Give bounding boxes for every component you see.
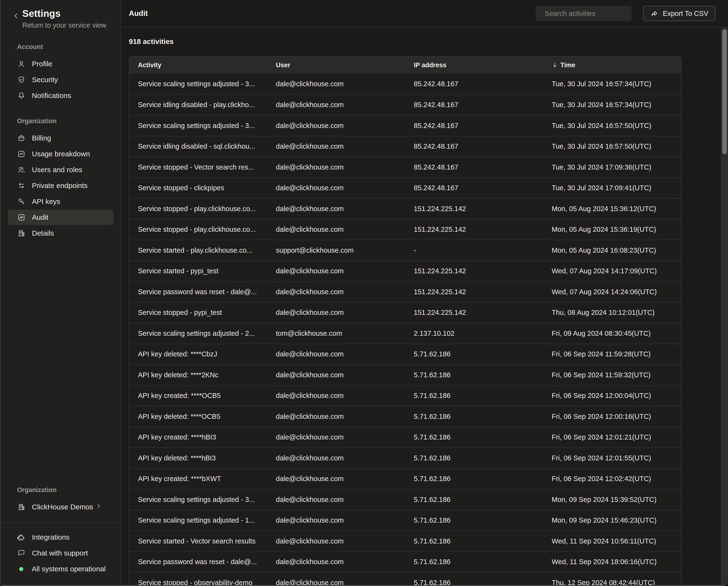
cell-time: Tue, 30 Jul 2024 16:57:34(UTC) <box>543 80 681 88</box>
sidebar-item-api-keys[interactable]: API keys <box>8 194 113 209</box>
cell-activity: Service started - pypi_test <box>129 267 267 275</box>
sidebar-divider <box>1 522 121 523</box>
sidebar-item-clickhouse-demos[interactable]: ClickHouse Demos <box>8 499 113 515</box>
cell-user: dale@clickhouse.com <box>267 101 405 109</box>
scrollbar-track[interactable] <box>721 28 728 585</box>
cell-activity: Service stopped - Vector search res... <box>129 163 267 171</box>
cell-time: Mon, 09 Sep 2024 15:46:23(UTC) <box>543 516 681 524</box>
sort-descending-icon <box>552 62 558 68</box>
sidebar-item-audit[interactable]: Audit <box>8 210 113 225</box>
sidebar-item-details[interactable]: Details <box>8 225 113 241</box>
cell-ip: 5.71.62.186 <box>405 558 543 566</box>
table-row: Service stopped - play.clickhouse.co...d… <box>129 219 681 240</box>
sidebar-item-integrations[interactable]: Integrations <box>8 530 113 545</box>
sidebar-item-usage-breakdown[interactable]: Usage breakdown <box>8 146 113 162</box>
sidebar-item-all-systems-operational[interactable]: All systems operational <box>8 561 113 577</box>
column-header-user[interactable]: User <box>267 62 405 69</box>
building-icon <box>17 503 26 511</box>
cell-time: Mon, 05 Aug 2024 15:36:12(UTC) <box>543 205 681 213</box>
cell-activity: Service password was reset - dale@... <box>129 558 267 566</box>
table-row: Service stopped - play.clickhouse.co...d… <box>129 198 681 219</box>
table-row: Service stopped - observability-demodale… <box>129 572 681 585</box>
cell-user: dale@clickhouse.com <box>267 475 405 483</box>
settings-sidebar: Settings Return to your service view Acc… <box>1 0 121 585</box>
cell-activity: Service scaling settings adjusted - 3... <box>129 122 267 130</box>
column-header-activity[interactable]: Activity <box>129 62 267 69</box>
sidebar-item-billing[interactable]: Billing <box>8 130 113 146</box>
cell-user: dale@clickhouse.com <box>267 80 405 88</box>
cell-time: Wed, 07 Aug 2024 14:17:09(UTC) <box>543 267 681 275</box>
cell-user: dale@clickhouse.com <box>267 350 405 358</box>
sidebar-item-label: Profile <box>32 60 52 68</box>
sidebar-item-label: Users and roles <box>32 166 82 174</box>
sidebar-item-users-and-roles[interactable]: Users and roles <box>8 162 113 177</box>
sidebar-item-label: Chat with support <box>32 549 88 557</box>
back-button[interactable] <box>11 11 21 21</box>
billing-icon <box>17 134 26 142</box>
cell-user: dale@clickhouse.com <box>267 433 405 441</box>
sidebar-item-notifications[interactable]: Notifications <box>8 88 113 103</box>
table-body: Service scaling settings adjusted - 3...… <box>129 73 681 585</box>
cell-user: dale@clickhouse.com <box>267 267 405 275</box>
search-box[interactable] <box>536 6 631 21</box>
cell-time: Fri, 06 Sep 2024 11:59:32(UTC) <box>543 371 681 379</box>
cell-time: Fri, 06 Sep 2024 12:00:04(UTC) <box>543 392 681 400</box>
cell-time: Fri, 06 Sep 2024 12:01:55(UTC) <box>543 454 681 462</box>
sidebar-item-profile[interactable]: Profile <box>8 56 113 72</box>
cell-ip: 5.71.62.186 <box>405 433 543 441</box>
sidebar-footer: IntegrationsChat with supportAll systems… <box>1 529 121 585</box>
user-icon <box>17 59 26 68</box>
cell-user: dale@clickhouse.com <box>267 558 405 566</box>
cell-time: Tue, 30 Jul 2024 16:57:34(UTC) <box>543 101 681 109</box>
table-row: API key created: ****OCB5dale@clickhouse… <box>129 385 681 406</box>
column-header-ip[interactable]: IP address <box>405 62 543 69</box>
sidebar-item-label: Audit <box>32 213 48 221</box>
sidebar-item-label: Private endpoints <box>32 181 87 190</box>
cell-activity: Service scaling settings adjusted - 3... <box>129 496 267 504</box>
search-input[interactable] <box>544 9 635 18</box>
sidebar-item-label: Integrations <box>32 533 70 541</box>
page-title: Audit <box>129 9 148 18</box>
shield-icon <box>17 75 26 84</box>
cell-activity: API key deleted: ****CbzJ <box>129 350 267 358</box>
export-csv-button[interactable]: Export To CSV <box>643 6 716 21</box>
sidebar-sections: AccountProfileSecurityNotificationsOrgan… <box>1 29 121 241</box>
cell-user: dale@clickhouse.com <box>267 579 405 585</box>
cell-user: tom@clickhouse.com <box>267 329 405 337</box>
audit-content: 918 activities Activity User IP address … <box>121 27 728 585</box>
sidebar-item-label: Details <box>32 229 54 237</box>
sidebar-item-chat-with-support[interactable]: Chat with support <box>8 545 113 561</box>
column-header-time[interactable]: Time <box>543 62 681 69</box>
org-name: ClickHouse Demos <box>32 503 93 511</box>
org-footer-label: Organization <box>17 486 121 494</box>
sidebar-item-private-endpoints[interactable]: Private endpoints <box>8 178 113 193</box>
cell-user: support@clickhouse.com <box>267 246 405 254</box>
cell-user: dale@clickhouse.com <box>267 496 405 504</box>
cell-user: dale@clickhouse.com <box>267 516 405 524</box>
cell-ip: 151.224.225.142 <box>405 225 543 234</box>
cell-ip: 5.71.62.186 <box>405 475 543 483</box>
cell-ip: 5.71.62.186 <box>405 579 543 585</box>
cell-activity: Service stopped - play.clickhouse.co... <box>129 225 267 234</box>
cell-time: Fri, 06 Sep 2024 12:00:16(UTC) <box>543 413 681 420</box>
endpoints-icon <box>17 181 26 190</box>
scrollbar-thumb[interactable] <box>722 29 727 154</box>
cell-user: dale@clickhouse.com <box>267 225 405 234</box>
keys-icon <box>17 197 26 206</box>
cell-user: dale@clickhouse.com <box>267 392 405 400</box>
cell-time: Tue, 30 Jul 2024 16:57:50(UTC) <box>543 142 681 150</box>
bell-icon <box>17 91 26 100</box>
sidebar-header: Settings Return to your service view <box>1 0 121 29</box>
cell-ip: 85.242.48.167 <box>405 142 543 150</box>
table-row: API key created: ****bXWTdale@clickhouse… <box>129 468 681 489</box>
cell-activity: Service scaling settings adjusted - 3... <box>129 80 267 88</box>
sidebar-item-label: Usage breakdown <box>32 150 90 158</box>
cell-ip: 5.71.62.186 <box>405 371 543 379</box>
cell-activity: Service stopped - observability-demo <box>129 579 267 585</box>
sidebar-item-security[interactable]: Security <box>8 72 113 88</box>
cell-time: Wed, 11 Sep 2024 10:56:11(UTC) <box>543 537 681 545</box>
table-header: Activity User IP address Time <box>129 57 681 73</box>
users-icon <box>17 166 26 174</box>
sidebar-item-label: Billing <box>32 134 51 142</box>
table-row: Service stopped - pypi_testdale@clickhou… <box>129 302 681 323</box>
